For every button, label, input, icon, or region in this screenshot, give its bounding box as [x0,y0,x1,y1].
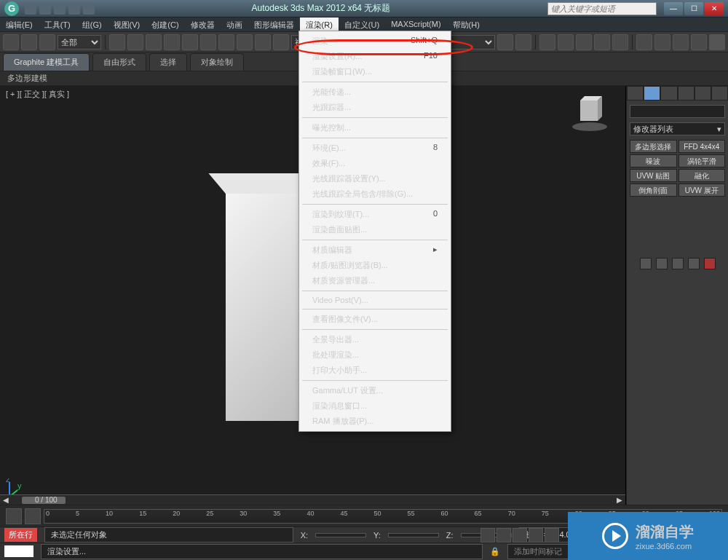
pin-stack-icon[interactable] [640,258,652,269]
ribbon-tab-freeform[interactable]: 自由形式 [92,53,146,71]
help-search-input[interactable] [547,2,657,15]
menu-item[interactable]: 材质/贴图浏览器(B)... [299,258,451,273]
menu-item[interactable]: Gamma/LUT 设置... [299,383,451,398]
menu-4[interactable]: 创建(C) [146,17,184,31]
toolbar-button[interactable] [3,34,19,50]
toolbar-button[interactable] [39,34,55,50]
ribbon-tab-graphite[interactable]: Graphite 建模工具 [3,53,90,71]
toolbar-button[interactable] [594,34,610,50]
menu-7[interactable]: 图形编辑器 [248,17,300,31]
lock-icon[interactable]: 🔒 [490,547,500,556]
cp-tab-utilities[interactable] [711,86,728,100]
toolbar-button[interactable] [182,34,198,50]
render-teapot-icon[interactable] [709,34,725,50]
cp-tab-modify[interactable] [644,86,660,100]
menu-item[interactable]: 渲染Shift+Q [299,33,451,49]
menu-0[interactable]: 编辑(E) [0,17,39,31]
qat-btn[interactable] [25,3,36,15]
viewcube-gizmo[interactable] [570,93,609,133]
viewport-label[interactable]: [ + ][ 正交 ][ 真实 ] [6,89,69,100]
toolbar-button[interactable] [237,34,253,50]
qat-btn[interactable] [54,3,66,15]
timeline-config-button[interactable] [6,508,22,524]
toolbar-button[interactable] [691,34,707,50]
goto-end-icon[interactable] [545,528,559,543]
toolbar-button[interactable] [109,34,125,50]
menu-item[interactable]: 光线跟踪器设置(Y)... [299,171,451,186]
timeline-config-button[interactable] [25,508,41,524]
menu-item[interactable]: Video Post(V)... [299,293,451,307]
menu-item[interactable]: 光跟踪器... [299,100,451,115]
toolbar-button[interactable] [255,34,271,50]
menu-item[interactable]: 光能传递... [299,84,451,100]
menu-item[interactable]: 打印大小助手... [299,363,451,378]
modifier-preset-button[interactable]: 涡轮平滑 [678,154,726,167]
menu-2[interactable]: 组(G) [76,17,108,31]
toolbar-button[interactable] [558,34,574,50]
configure-sets-icon[interactable] [704,258,716,269]
object-name-field[interactable] [630,105,725,118]
goto-start-icon[interactable] [480,528,495,543]
menu-8[interactable]: 渲染(R) [300,17,339,31]
toolbar-button[interactable] [515,34,531,50]
toolbar-button[interactable] [654,34,670,50]
menu-11[interactable]: 帮助(H) [447,17,486,31]
minimize-button[interactable]: — [664,2,683,15]
toolbar-button[interactable] [273,34,289,50]
coord-x-field[interactable] [315,533,366,537]
menu-item[interactable]: 全景导出器... [299,332,451,347]
toolbar-button[interactable] [612,34,628,50]
toolbar-button[interactable] [576,34,592,50]
menu-item[interactable]: 批处理渲染... [299,347,451,363]
prev-frame-icon[interactable] [496,528,511,543]
menu-6[interactable]: 动画 [221,17,248,31]
modifier-preset-button[interactable]: UVW 贴图 [630,169,677,182]
toolbar-button[interactable] [539,34,555,50]
toolbar-button[interactable] [164,34,180,50]
toolbar-button[interactable] [673,34,689,50]
cp-tab-motion[interactable] [678,86,695,100]
toolbar-button[interactable] [636,34,652,50]
toolbar-button[interactable] [497,34,513,50]
toolbar-button[interactable] [127,34,143,50]
qat-btn[interactable] [39,3,51,15]
toolbar-button[interactable] [218,34,234,50]
qat-btn[interactable] [83,3,95,15]
cp-tab-hierarchy[interactable] [660,86,677,100]
menu-item[interactable]: 渲染设置(R)...F10 [299,49,451,64]
menu-item[interactable]: 查看图像文件(V)... [299,312,451,327]
menu-item[interactable]: 材质资源管理器... [299,273,451,288]
modifier-preset-button[interactable]: 噪波 [630,154,677,167]
menu-item[interactable]: 曝光控制... [299,120,451,135]
menu-10[interactable]: MAXScript(M) [385,17,446,31]
coord-y-field[interactable] [388,533,439,537]
app-logo[interactable]: G [4,1,19,16]
show-end-result-icon[interactable] [656,258,668,269]
make-unique-icon[interactable] [672,258,684,269]
modifier-preset-button[interactable]: UVW 展开 [678,184,726,197]
menu-item[interactable]: RAM 播放器(P)... [299,414,451,429]
next-frame-icon[interactable] [529,528,543,543]
play-icon[interactable] [513,528,527,543]
modifier-list-dropdown[interactable]: 修改器列表▾ [630,122,725,135]
toolbar-button[interactable] [200,34,216,50]
close-button[interactable]: ✕ [705,2,724,15]
ribbon-tab-objectpaint[interactable]: 对象绘制 [190,53,244,71]
ribbon-tab-select[interactable]: 选择 [149,53,187,71]
qat-btn[interactable] [68,3,80,15]
menu-item[interactable]: 渲染消息窗口... [299,398,451,414]
remove-modifier-icon[interactable] [688,258,700,269]
menu-9[interactable]: 自定义(U) [339,17,385,31]
menu-item[interactable]: 渲染帧窗口(W)... [299,64,451,79]
filter-select[interactable]: 全部 [58,35,101,50]
modifier-stack[interactable] [630,201,725,252]
menu-3[interactable]: 视图(V) [108,17,146,31]
modifier-preset-button[interactable]: 多边形选择 [630,140,677,153]
modifier-preset-button[interactable]: FFD 4x4x4 [678,140,726,153]
cp-tab-create[interactable] [627,86,644,100]
menu-5[interactable]: 修改器 [185,17,221,31]
menu-1[interactable]: 工具(T) [39,17,76,31]
menu-item[interactable]: 渲染曲面贴图... [299,222,451,237]
script-mini-listener[interactable] [4,545,33,557]
toolbar-button[interactable] [21,34,37,50]
